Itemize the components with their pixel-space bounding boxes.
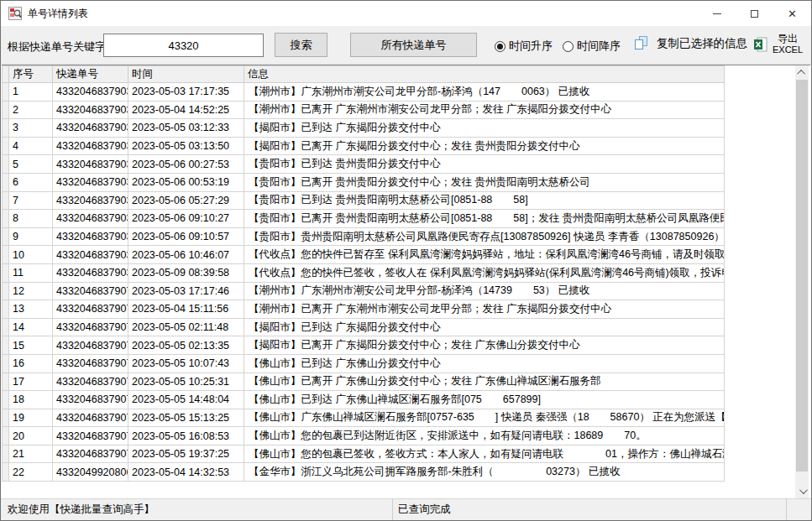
cell-time[interactable]: 2023-05-06 00:27:53 <box>128 155 244 174</box>
header-info[interactable]: 信息 <box>244 66 725 83</box>
header-tracking-number[interactable]: 快递单号 <box>53 66 128 83</box>
cell-index[interactable]: 11 <box>9 263 53 282</box>
cell-tracking-number[interactable]: 4332046837903 <box>53 191 128 210</box>
cell-time[interactable]: 2023-05-05 10:07:43 <box>128 354 244 373</box>
cell-tracking-number[interactable]: 4332046837907 <box>53 300 128 319</box>
cell-info[interactable]: 【佛山市】已离开 广东佛山分拨交付中心；发往 广东佛山禅城区澜石服务部 <box>244 373 725 391</box>
cell-tracking-number[interactable]: 4332049920806 <box>53 463 128 482</box>
table-row[interactable]: 4 4332046837903 2023-05-05 03:13:50 【揭阳市… <box>3 137 725 155</box>
row-header-cell[interactable] <box>3 282 9 300</box>
table-row[interactable]: 20 4332046837907 2023-05-05 16:08:53 【佛山… <box>3 427 725 445</box>
row-header-cell[interactable] <box>3 354 9 373</box>
cell-tracking-number[interactable]: 4332046837907 <box>53 373 128 391</box>
radio-time-desc[interactable]: 时间降序 <box>563 39 621 54</box>
table-row[interactable]: 8 4332046837903 2023-05-06 09:10:27 【贵阳市… <box>3 210 725 228</box>
cell-tracking-number[interactable]: 4332046837903 <box>53 227 128 246</box>
row-header-cell[interactable] <box>3 391 9 409</box>
cell-index[interactable]: 21 <box>9 445 53 463</box>
export-excel-button[interactable]: 导出 EXCEL <box>754 34 803 55</box>
cell-index[interactable]: 14 <box>9 318 53 336</box>
cell-info[interactable]: 【潮州市】广东潮州市潮安公司龙甲分部-杨泽鸿（14739 53） 已揽收 <box>244 282 725 300</box>
scroll-down-button[interactable] <box>795 484 809 498</box>
cell-tracking-number[interactable]: 4332046837903 <box>53 173 128 191</box>
table-row[interactable]: 5 4332046837903 2023-05-06 00:27:53 【贵阳市… <box>3 155 725 174</box>
cell-index[interactable]: 7 <box>9 191 53 210</box>
table-row[interactable]: 21 4332046837907 2023-05-05 19:37:25 【佛山… <box>3 445 725 463</box>
row-header-cell[interactable] <box>3 427 9 445</box>
cell-info[interactable]: 【佛山市】您的包裹已到达附近街区，安排派送中，如有疑问请电联：18689 70。 <box>244 427 725 445</box>
table-row[interactable]: 9 4332046837903 2023-05-06 09:10:57 【贵阳市… <box>3 227 725 246</box>
table-row[interactable]: 1 4332046837903 2023-05-03 17:17:35 【潮州市… <box>3 83 725 102</box>
row-header-cell[interactable] <box>3 101 9 119</box>
cell-index[interactable]: 3 <box>9 119 53 138</box>
cell-index[interactable]: 13 <box>9 300 53 319</box>
resize-grip[interactable] <box>786 499 811 520</box>
cell-tracking-number[interactable]: 4332046837903 <box>53 155 128 174</box>
row-header-cell[interactable] <box>3 263 9 282</box>
table-row[interactable]: 14 4332046837907 2023-05-05 02:11:48 【揭阳… <box>3 318 725 336</box>
cell-info[interactable]: 【揭阳市】已离开 广东揭阳分拨交付中心；发往 贵州贵阳分拨交付中心 <box>244 137 725 155</box>
table-row[interactable]: 16 4332046837907 2023-05-05 10:07:43 【佛山… <box>3 354 725 373</box>
cell-time[interactable]: 2023-05-05 19:37:25 <box>128 445 244 463</box>
cell-tracking-number[interactable]: 4332046837907 <box>53 354 128 373</box>
table-row[interactable]: 11 4332046837903 2023-05-09 08:39:58 【代收… <box>3 263 725 282</box>
cell-index[interactable]: 2 <box>9 101 53 119</box>
cell-time[interactable]: 2023-05-03 17:17:46 <box>128 282 244 300</box>
cell-tracking-number[interactable]: 4332046837903 <box>53 246 128 264</box>
cell-tracking-number[interactable]: 4332046837903 <box>53 119 128 138</box>
cell-time[interactable]: 2023-05-06 00:53:19 <box>128 173 244 191</box>
cell-index[interactable]: 1 <box>9 83 53 102</box>
table-row[interactable]: 7 4332046837903 2023-05-06 05:27:29 【贵阳市… <box>3 191 725 210</box>
all-numbers-button[interactable]: 所有快递单号 <box>350 33 477 57</box>
cell-index[interactable]: 5 <box>9 155 53 174</box>
minimize-button[interactable] <box>698 1 736 26</box>
cell-index[interactable]: 16 <box>9 354 53 373</box>
cell-index[interactable]: 22 <box>9 463 53 482</box>
row-header-cell[interactable] <box>3 119 9 138</box>
cell-tracking-number[interactable]: 4332046837903 <box>53 83 128 102</box>
row-header-cell[interactable] <box>3 210 9 228</box>
cell-index[interactable]: 8 <box>9 210 53 228</box>
radio-time-asc[interactable]: 时间升序 <box>495 39 553 54</box>
cell-time[interactable]: 2023-05-04 14:32:53 <box>128 463 244 482</box>
row-header-cell[interactable] <box>3 318 9 336</box>
cell-tracking-number[interactable]: 4332046837907 <box>53 409 128 427</box>
cell-time[interactable]: 2023-05-05 15:13:25 <box>128 409 244 427</box>
row-header-cell[interactable] <box>3 445 9 463</box>
table-row[interactable]: 19 4332046837907 2023-05-05 15:13:25 【佛山… <box>3 409 725 427</box>
cell-time[interactable]: 2023-05-05 10:25:31 <box>128 373 244 391</box>
row-header-cell[interactable] <box>3 300 9 319</box>
cell-info[interactable]: 【佛山市】已到达 广东佛山禅城区澜石服务部[075 657899] <box>244 391 725 409</box>
cell-index[interactable]: 6 <box>9 173 53 191</box>
cell-time[interactable]: 2023-05-04 15:11:56 <box>128 300 244 319</box>
cell-info[interactable]: 【代收点】您的快件已签收，签收人在 保利凤凰湾澜湾妈妈驿站(保利凤凰湾澜湾46号… <box>244 263 725 282</box>
copy-selected-button[interactable]: 复制已选择的信息 <box>635 36 747 51</box>
cell-info[interactable]: 【贵阳市】已到达 贵州贵阳分拨交付中心 <box>244 155 725 174</box>
cell-time[interactable]: 2023-05-05 16:08:53 <box>128 427 244 445</box>
cell-index[interactable]: 4 <box>9 137 53 155</box>
cell-tracking-number[interactable]: 4332046837907 <box>53 445 128 463</box>
cell-time[interactable]: 2023-05-05 14:48:04 <box>128 391 244 409</box>
cell-tracking-number[interactable]: 4332046837903 <box>53 101 128 119</box>
cell-tracking-number[interactable]: 4332046837907 <box>53 391 128 409</box>
cell-info[interactable]: 【金华市】浙江义乌北苑公司拥军路服务部-朱胜利（ 03273） 已揽收 <box>244 463 725 482</box>
cell-time[interactable]: 2023-05-03 17:17:35 <box>128 83 244 102</box>
row-header-cell[interactable] <box>3 191 9 210</box>
cell-info[interactable]: 【贵阳市】已到达 贵州贵阳南明太慈桥公司[0851-88 58] <box>244 191 725 210</box>
table-row[interactable]: 18 4332046837907 2023-05-05 14:48:04 【佛山… <box>3 391 725 409</box>
row-header-cell[interactable] <box>3 463 9 482</box>
cell-time[interactable]: 2023-05-09 08:39:58 <box>128 263 244 282</box>
cell-time[interactable]: 2023-05-04 14:52:25 <box>128 101 244 119</box>
cell-tracking-number[interactable]: 4332046837903 <box>53 210 128 228</box>
row-header-cell[interactable] <box>3 246 9 264</box>
row-header-cell[interactable] <box>3 137 9 155</box>
cell-info[interactable]: 【贵阳市】贵州贵阳南明太慈桥公司凤凰路便民寄存点[13087850926] 快递… <box>244 227 725 246</box>
vertical-scrollbar[interactable] <box>795 65 809 498</box>
cell-info[interactable]: 【贵阳市】已离开 贵州贵阳分拨交付中心；发往 贵州贵阳南明太慈桥公司 <box>244 173 725 191</box>
cell-index[interactable]: 19 <box>9 409 53 427</box>
cell-time[interactable]: 2023-05-05 02:13:35 <box>128 336 244 355</box>
cell-tracking-number[interactable]: 4332046837907 <box>53 336 128 355</box>
cell-info[interactable]: 【揭阳市】已到达 广东揭阳分拨交付中心 <box>244 318 725 336</box>
cell-index[interactable]: 20 <box>9 427 53 445</box>
table-row[interactable]: 15 4332046837907 2023-05-05 02:13:35 【揭阳… <box>3 336 725 355</box>
